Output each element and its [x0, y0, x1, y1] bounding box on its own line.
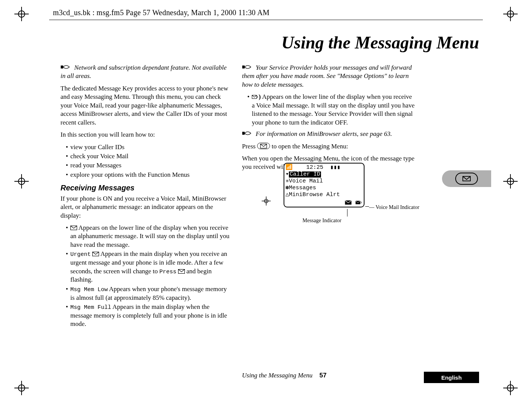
registration-mark-icon [503, 381, 518, 395]
svg-rect-25 [242, 65, 245, 69]
list-item: explore your options with the Function M… [66, 171, 231, 179]
svg-rect-27 [242, 132, 245, 135]
section-heading: Receiving Messages [60, 183, 231, 193]
paragraph: If your phone is ON and you receive a Vo… [60, 195, 231, 220]
mono-label: Msg Mem Full [70, 304, 111, 311]
lcd-line: Voice Mail [289, 178, 323, 184]
list-item: read your Messages [66, 161, 231, 170]
footer: Using the Messaging Menu 57 [242, 372, 327, 379]
column-right: Your Service Provider holds your message… [242, 64, 416, 175]
lcd-line: Messages [289, 185, 316, 191]
registration-mark-icon [14, 174, 29, 189]
mono-label: Msg Mem Low [70, 287, 108, 293]
vm-bullet: ) Appears on the lower line of the displ… [242, 93, 416, 127]
mono-label: Urgent [70, 251, 91, 258]
lcd-row: ✽Messages [285, 185, 363, 192]
lcd-caption-message: Message Indicator [302, 218, 341, 224]
lcd-row: ✳Voice Mail [285, 178, 363, 185]
list-item: Msg Mem Full Appears in the main display… [66, 303, 231, 329]
list-item: view your Caller IDs [66, 143, 231, 151]
phone-display-frame: 📶 12:25 ▮▮▮ ▾Caller ID ✳Voice Mail ✽Mess… [284, 163, 364, 207]
indicator-list: Appears on the lower line of the display… [60, 224, 231, 329]
list-item: Msg Mem Low Appears when your phone's me… [66, 285, 231, 302]
envelope-icon [70, 226, 77, 230]
note-text: For information on MiniBrowser alerts, s… [256, 130, 392, 137]
page-title: Using the Messaging Menu [281, 33, 479, 53]
note: Your Service Provider holds your message… [242, 64, 416, 89]
lcd-caption-voicemail: — Voice Mail Indicator [369, 204, 419, 210]
registration-mark-icon [14, 381, 29, 395]
list-item: ) Appears on the lower line of the displ… [247, 93, 416, 127]
envelope-icon [178, 269, 185, 274]
header-rule [49, 20, 483, 20]
registration-mark-icon [261, 196, 271, 206]
envelope-icon [345, 200, 352, 205]
lcd-line: MiniBrowse Alrt [289, 192, 340, 198]
registration-mark-icon [503, 7, 518, 21]
lcd-clock: 12:25 [306, 164, 323, 171]
language-badge: English [424, 372, 479, 383]
page-number: 57 [320, 372, 327, 379]
envelope-icon [92, 252, 99, 256]
phone-display: 📶 12:25 ▮▮▮ ▾Caller ID ✳Voice Mail ✽Mess… [284, 163, 366, 207]
mono-label: Press [160, 269, 177, 275]
list-item: Urgent Appears in the main display when … [66, 250, 231, 284]
lcd-iconbar [345, 200, 362, 206]
lcd-status-row: 📶 12:25 ▮▮▮ [285, 165, 363, 171]
text: Press [242, 143, 257, 150]
note: For information on MiniBrowser alerts, s… [242, 130, 416, 138]
battery-icon: ▮▮▮ [330, 164, 340, 171]
note-hand-icon [60, 64, 73, 72]
footer-section: Using the Messaging Menu [242, 372, 313, 379]
side-tab-mail-key [442, 170, 491, 187]
registration-mark-icon [14, 7, 29, 21]
mail-key-icon [455, 173, 478, 185]
note-text: Your Service Provider holds your message… [242, 64, 412, 88]
paragraph: In this section you will learn how to: [60, 131, 231, 139]
paragraph: Press to open the Messaging Menu: [242, 142, 416, 151]
list-item-text: Appears on the lower line of the display… [70, 224, 230, 248]
lcd-selected: Caller ID [289, 171, 321, 178]
lcd-row: ▾Caller ID [285, 171, 363, 178]
signal-icon: 📶 [285, 164, 293, 171]
note-text: Network and subscription dependant featu… [60, 64, 226, 79]
list-item-text: Appears on the lower line of the display… [252, 93, 414, 126]
mail-key-icon [257, 143, 270, 149]
learn-list: view your Caller IDs check your Voice Ma… [60, 143, 231, 179]
note: Network and subscription dependant featu… [60, 64, 231, 81]
column-left: Network and subscription dependant featu… [60, 64, 231, 332]
caption-text: Voice Mail Indicator [375, 204, 419, 210]
registration-mark-icon [503, 174, 518, 189]
note-hand-icon [242, 64, 254, 72]
leader-line [347, 209, 347, 217]
list-item: check your Voice Mail [66, 152, 231, 160]
svg-rect-21 [61, 65, 64, 69]
leader-line [365, 206, 369, 207]
text: to open the Messaging Menu: [271, 143, 348, 150]
page: m3cd_us.bk : msg.fm5 Page 57 Wednesday, … [0, 0, 532, 402]
lcd-row: △MiniBrowse Alrt [285, 192, 363, 199]
paragraph: The dedicated Message Key provides acces… [60, 84, 231, 127]
list-item: Appears on the lower line of the display… [66, 224, 231, 249]
running-head: m3cd_us.bk : msg.fm5 Page 57 Wednesday, … [53, 8, 270, 17]
voicemail-envelope-icon [355, 200, 362, 205]
voicemail-envelope-icon [252, 95, 259, 99]
note-hand-icon [242, 130, 254, 138]
